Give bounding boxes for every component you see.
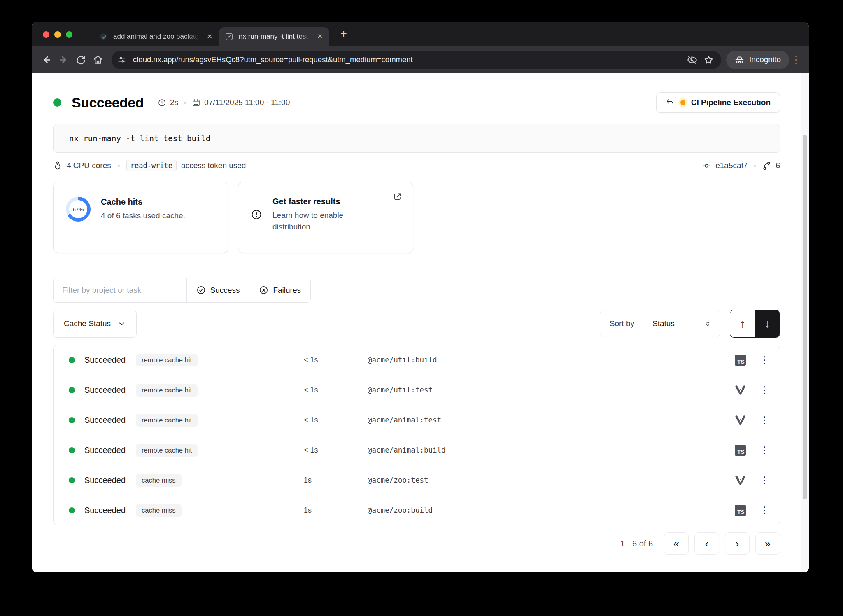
row-menu-button[interactable]: ⋮	[758, 475, 771, 486]
task-table: Succeeded remote cache hit < 1s @acme/ut…	[53, 345, 780, 525]
task-row[interactable]: Succeeded cache miss 1s @acme/zoo:test ⋮	[54, 465, 780, 495]
row-menu-button[interactable]: ⋮	[758, 505, 771, 516]
status-dot	[69, 357, 75, 363]
browser-toolbar: cloud.nx.app/runs/agsvEHsQc8?utm_source=…	[32, 46, 809, 73]
run-duration: 2s	[170, 98, 178, 107]
run-command: nx run-many -t lint test build	[53, 124, 780, 153]
filter-success-label: Success	[210, 286, 240, 295]
sort-field-value: Status	[652, 319, 675, 328]
vitest-icon	[735, 415, 746, 426]
task-status: Succeeded	[84, 446, 126, 455]
zoom-window-button[interactable]	[66, 31, 72, 38]
filter-success-button[interactable]: Success	[186, 278, 249, 302]
cache-hits-subtitle: 4 of 6 tasks used cache.	[101, 210, 185, 222]
row-menu-button[interactable]: ⋮	[758, 415, 771, 426]
task-name: @acme/animal:build	[368, 446, 446, 454]
task-status: Succeeded	[84, 506, 126, 515]
tab-github-pr[interactable]: add animal and zoo packages ✕	[93, 27, 219, 46]
sort-field-select[interactable]: Status	[644, 310, 720, 337]
browser-menu-button[interactable]: ⋮	[789, 54, 803, 65]
check-circle-icon	[196, 285, 206, 295]
filter-input[interactable]	[54, 278, 186, 302]
page-scrollbar	[801, 73, 809, 572]
row-menu-button[interactable]: ⋮	[758, 355, 771, 366]
task-status: Succeeded	[84, 476, 126, 485]
forward-button[interactable]	[55, 51, 72, 68]
back-button[interactable]	[37, 51, 55, 68]
tab-close-icon[interactable]: ✕	[206, 33, 213, 41]
separator-dot	[754, 165, 756, 167]
url-text: cloud.nx.app/runs/agsvEHsQc8?utm_source=…	[133, 55, 684, 64]
reload-button[interactable]	[72, 51, 89, 68]
pipeline-execution-button[interactable]: CI Pipeline Execution	[656, 92, 780, 113]
commit-icon	[702, 161, 711, 170]
tool-icon-slot: TS	[734, 354, 746, 366]
page-scrollbar-thumb[interactable]	[803, 135, 807, 499]
undo-arrow-icon	[666, 98, 675, 107]
row-menu-button[interactable]: ⋮	[758, 385, 771, 396]
linux-penguin-icon	[53, 161, 62, 170]
external-link-icon[interactable]	[393, 192, 402, 201]
task-status: Succeeded	[84, 355, 126, 365]
cache-hits-title: Cache hits	[101, 197, 185, 207]
task-name: @acme/animal:test	[368, 416, 441, 424]
sort-descending-button[interactable]: ↓	[755, 310, 780, 337]
clock-icon	[158, 98, 166, 107]
x-circle-icon	[259, 285, 268, 295]
close-window-button[interactable]	[43, 31, 49, 38]
traffic-lights	[43, 31, 72, 38]
bookmark-star-icon[interactable]	[701, 51, 717, 68]
tool-icon-slot	[734, 414, 746, 426]
task-row[interactable]: Succeeded remote cache hit < 1s @acme/ut…	[54, 345, 780, 375]
tool-icon-slot: TS	[734, 504, 746, 516]
run-header: Succeeded 2s 07/11/2025 11:00 - 11:00 CI…	[53, 92, 780, 113]
home-button[interactable]	[89, 51, 107, 68]
sort-group: Sort by Status	[600, 310, 720, 337]
task-duration: 1s	[304, 476, 312, 485]
status-dot	[69, 477, 75, 483]
cache-status-badge: remote cache hit	[136, 414, 198, 427]
incognito-badge: Incognito	[726, 51, 789, 69]
filter-failures-button[interactable]: Failures	[249, 278, 310, 302]
task-row[interactable]: Succeeded remote cache hit < 1s @acme/an…	[54, 435, 780, 465]
minimize-window-button[interactable]	[54, 31, 61, 38]
last-page-button[interactable]: »	[755, 532, 780, 555]
cache-status-badge: cache miss	[136, 474, 182, 487]
first-page-button[interactable]: «	[664, 532, 689, 555]
cache-status-dropdown[interactable]: Cache Status	[53, 310, 137, 338]
task-row[interactable]: Succeeded remote cache hit < 1s @acme/an…	[54, 405, 780, 435]
commit-sha: e1a5caf7	[715, 161, 748, 170]
tab-nx-run[interactable]: nx run-many -t lint test ... fro ✕	[219, 27, 329, 46]
task-status: Succeeded	[84, 415, 126, 425]
eye-off-icon[interactable]	[684, 51, 701, 68]
filter-bar: Success Failures	[53, 278, 311, 303]
access-token-suffix: access token used	[181, 161, 246, 170]
tool-icon-slot	[734, 384, 746, 396]
cache-status-badge: remote cache hit	[136, 444, 198, 457]
next-page-button[interactable]: ›	[725, 532, 750, 555]
tool-icon-slot	[734, 474, 746, 486]
summary-cards: 67% Cache hits 4 of 6 tasks used cache. …	[53, 182, 780, 253]
address-bar[interactable]: cloud.nx.app/runs/agsvEHsQc8?utm_source=…	[112, 51, 721, 69]
branch-count: 6	[775, 161, 780, 170]
site-controls-icon[interactable]	[115, 53, 129, 67]
nx-cloud-favicon	[225, 32, 234, 41]
task-row[interactable]: Succeeded remote cache hit < 1s @acme/ut…	[54, 375, 780, 405]
run-status-dot	[53, 98, 61, 107]
cache-status-badge: remote cache hit	[136, 384, 198, 397]
prev-page-button[interactable]: ‹	[694, 532, 719, 555]
sort-ascending-button[interactable]: ↑	[730, 310, 755, 337]
task-name: @acme/util:build	[368, 356, 437, 364]
faster-results-card[interactable]: Get faster results Learn how to enable d…	[238, 182, 413, 253]
new-tab-button[interactable]: +	[337, 28, 350, 40]
faster-results-subtitle: Learn how to enable distribution.	[272, 210, 365, 232]
chevron-up-down-icon	[704, 320, 712, 328]
page-content: Succeeded 2s 07/11/2025 11:00 - 11:00 CI…	[32, 73, 809, 572]
task-duration: < 1s	[304, 446, 318, 455]
tab-close-icon[interactable]: ✕	[317, 33, 324, 41]
task-duration: < 1s	[304, 356, 318, 364]
task-row[interactable]: Succeeded cache miss 1s @acme/zoo:build …	[54, 495, 780, 525]
row-menu-button[interactable]: ⋮	[758, 445, 771, 456]
task-duration: < 1s	[304, 416, 318, 425]
separator-dot	[184, 102, 186, 104]
